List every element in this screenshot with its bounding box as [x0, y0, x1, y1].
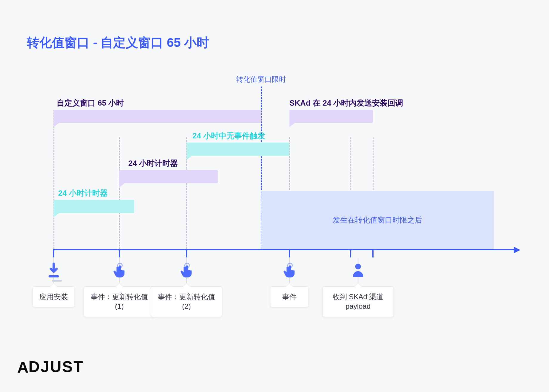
- guide-line: [119, 137, 120, 249]
- limit-label: 转化值窗口限时: [236, 75, 286, 84]
- bar-label-custom-window: 自定义窗口 65 小时: [57, 98, 124, 108]
- event-label: 应用安装: [33, 286, 75, 307]
- bar-label-timer-24h-1: 24 小时计时器: [58, 188, 108, 198]
- event-label: 收到 SKAd 渠道 payload: [322, 286, 394, 317]
- axis-tick: [372, 249, 374, 257]
- page-title: 转化值窗口 - 自定义窗口 65 小时: [27, 34, 209, 51]
- event-label: 事件: [270, 286, 309, 307]
- bar-label-skad-callback: SKAd 在 24 小时内发送安装回调: [289, 98, 403, 108]
- axis-tick: [289, 249, 290, 257]
- time-axis: [54, 249, 519, 250]
- after-window-box: 发生在转化值窗口时限之后: [261, 191, 494, 249]
- person-icon: [351, 263, 365, 279]
- axis-tick: [186, 249, 187, 257]
- tap-icon: [180, 263, 193, 279]
- tap-icon: [283, 263, 296, 279]
- axis-tick: [119, 249, 120, 257]
- axis-tick: [53, 249, 54, 257]
- bar-label-no-event-24h: 24 小时中无事件触发: [192, 131, 265, 141]
- brand-logo: ADJUST: [16, 358, 84, 376]
- bar-no-event-24h: [186, 143, 289, 156]
- install-underline: [52, 280, 62, 282]
- event-label: 事件：更新转化值 (2): [151, 286, 222, 317]
- axis-tick: [350, 249, 351, 257]
- tap-icon: [112, 263, 126, 279]
- install-icon: [47, 263, 61, 279]
- bar-label-timer-24h-2: 24 小时计时器: [128, 158, 178, 169]
- bar-custom-window: [54, 110, 261, 123]
- timeline-diagram: 转化值窗口限时 自定义窗口 65 小时SKAd 在 24 小时内发送安装回调24…: [30, 81, 519, 304]
- after-window-label: 发生在转化值窗口时限之后: [333, 215, 422, 225]
- bar-timer-24h-2: [119, 170, 218, 183]
- guide-line: [53, 110, 54, 249]
- bar-skad-callback: [289, 110, 373, 123]
- bar-timer-24h-1: [54, 200, 134, 213]
- event-label: 事件：更新转化值 (1): [84, 286, 155, 317]
- brand-logo-text: DJUST: [29, 358, 84, 375]
